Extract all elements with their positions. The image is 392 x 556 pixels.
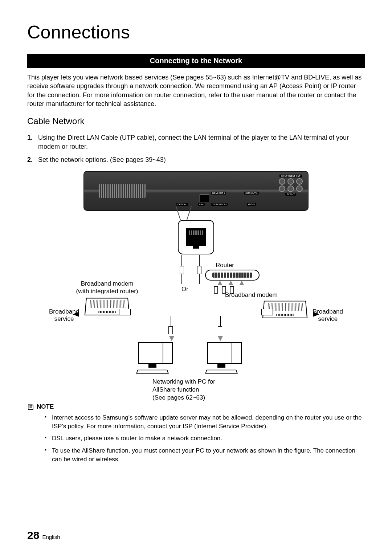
step-item: 2.Set the network options. (See pages 39… — [27, 155, 365, 164]
router-label: Router — [216, 262, 234, 269]
note-header: NOTE — [27, 403, 365, 410]
step-item: 1.Using the Direct LAN Cable (UTP cable)… — [27, 133, 365, 151]
rj45-plug-icon — [180, 266, 184, 274]
component-ports: COMPONENT OUT AV OUT — [279, 175, 303, 196]
step-number: 1. — [27, 133, 38, 151]
rj45-plug-icon — [218, 326, 222, 334]
lan-label: LAN — [198, 203, 205, 206]
hdmi1-label: HDMI OUT 1 — [211, 192, 226, 195]
connection-diagram: LAN OPTICAL HDMI OUT 1 HDMI OUT 2 VIDEO/… — [62, 171, 330, 396]
page-number: 28 — [27, 529, 39, 541]
pc-icon — [131, 342, 174, 374]
up-arrows — [218, 281, 244, 285]
step-number: 2. — [27, 155, 38, 164]
optical-label: OPTICAL — [176, 203, 188, 206]
video-audio-label: VIDEO/AUDIO — [211, 203, 228, 206]
component-label: COMPONENT OUT — [279, 175, 302, 177]
hdmi2-label: HDMI OUT 2 — [244, 192, 259, 195]
language-label: English — [42, 534, 60, 540]
note-block: NOTE Internet access to Samsung's softwa… — [27, 403, 365, 464]
router-icon — [205, 270, 260, 281]
avout-label: AV OUT — [285, 193, 296, 196]
note-item: DSL users, please use a router to make a… — [45, 434, 365, 443]
modem-integrated-label: Broadband modem (with integrated router) — [56, 280, 158, 295]
lan-port-icon — [200, 194, 209, 202]
arrow-right-icon — [313, 312, 319, 317]
connector-icon — [261, 309, 273, 315]
rj45-plug-icon — [168, 326, 173, 334]
down-arrow-icon — [169, 336, 174, 341]
page-title: Connections — [27, 22, 365, 43]
subsection-title: Cable Network — [27, 116, 365, 128]
rj45-plug-icon — [197, 266, 201, 274]
vent-icon — [99, 184, 146, 198]
section-header: Connecting to the Network — [27, 54, 365, 68]
step-text: Set the network options. (See pages 39~4… — [38, 155, 166, 164]
down-arrow-icon — [218, 336, 223, 341]
note-item: Internet access to Samsung's software up… — [45, 413, 365, 431]
notes-list: Internet access to Samsung's software up… — [45, 413, 365, 464]
modem-right-label: Broadband modem — [225, 291, 278, 299]
audio-label: AUDIO — [247, 203, 256, 206]
arrow-left-icon — [73, 312, 79, 317]
note-label: NOTE — [37, 403, 54, 410]
or-label: Or — [181, 286, 188, 293]
step-text: Using the Direct LAN Cable (UTP cable), … — [38, 133, 365, 151]
lan-jack-icon — [186, 228, 206, 246]
steps-list: 1.Using the Direct LAN Cable (UTP cable)… — [27, 133, 365, 164]
pc-icon — [200, 342, 243, 374]
connector-icon — [119, 309, 131, 315]
lan-port-zoom — [178, 220, 214, 254]
intro-text: This player lets you view network based … — [27, 73, 365, 108]
note-icon — [27, 404, 34, 410]
page-footer: 28 English — [27, 529, 60, 541]
note-item: To use the AllShare function, you must c… — [45, 446, 365, 464]
allshare-caption: Networking with PC for AllShare function… — [152, 378, 215, 402]
player-rear-panel: LAN OPTICAL HDMI OUT 1 HDMI OUT 2 VIDEO/… — [83, 171, 309, 211]
